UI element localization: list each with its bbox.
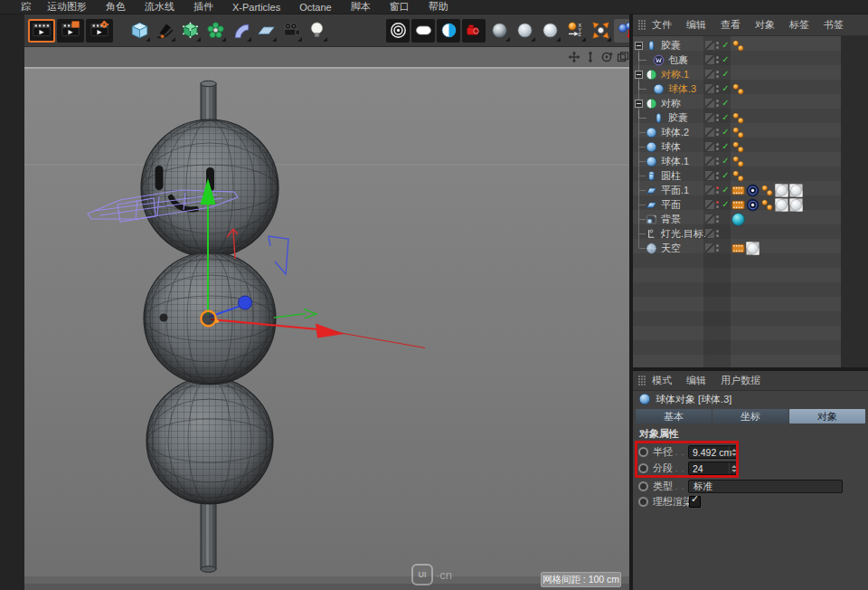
enabled-check-icon[interactable]: ✓ — [721, 67, 731, 81]
visibility-dots[interactable] — [716, 197, 720, 212]
object-row-background[interactable]: 背景 — [633, 212, 841, 226]
gizmo-center-ring[interactable] — [201, 311, 215, 326]
keyframe-dot-icon[interactable] — [638, 497, 648, 507]
object-row-light-target-1[interactable]: 灯光.目标.1 — [633, 226, 841, 241]
film-tag-icon[interactable] — [731, 242, 745, 255]
object-label[interactable]: 球体.2 — [661, 126, 689, 139]
layer-swatch[interactable] — [705, 70, 714, 79]
enabled-check-icon[interactable]: ✓ — [721, 139, 731, 154]
panel-menu-item-3[interactable]: 对象 — [755, 18, 775, 32]
object-row-sphere-3[interactable]: 球体.3✓ — [633, 81, 841, 96]
toggle-view-icon[interactable] — [617, 51, 629, 63]
motion-clip-settings-button[interactable] — [86, 19, 113, 43]
material-sphere-2-button[interactable] — [513, 19, 536, 43]
panel-menu-item-0[interactable]: 文件 — [652, 18, 672, 32]
rotate-icon[interactable] — [600, 51, 613, 63]
environment-floor-button[interactable] — [254, 19, 278, 43]
film-tag-icon[interactable] — [731, 184, 745, 197]
object-row-capsule-child[interactable]: 胶囊✓ — [633, 110, 841, 125]
object-row-plane[interactable]: 平面✓ — [633, 197, 841, 212]
layer-swatch[interactable] — [705, 142, 714, 151]
visibility-dots[interactable] — [716, 212, 720, 226]
object-row-sky[interactable]: 天空 — [633, 241, 841, 255]
dots-tag-icon[interactable] — [731, 169, 745, 183]
enabled-check-icon[interactable]: ✓ — [721, 183, 731, 197]
material-sphere-1-button[interactable] — [487, 19, 511, 43]
visibility-dots[interactable] — [716, 67, 720, 81]
object-label[interactable]: 天空 — [661, 242, 681, 255]
render-view-button[interactable] — [386, 19, 410, 43]
panel-menu-item-4[interactable]: 标签 — [789, 18, 809, 32]
enabled-check-icon[interactable]: ✓ — [721, 38, 731, 52]
tab-coordinates[interactable]: 坐标 — [712, 409, 788, 423]
snowman-bottom-sphere[interactable] — [146, 377, 273, 504]
object-row-sphere-2[interactable]: 球体.2✓ — [633, 125, 841, 139]
enabled-check-icon[interactable]: ✓ — [721, 110, 731, 125]
object-row-symmetry[interactable]: 对称✓ — [633, 96, 841, 110]
layer-swatch[interactable] — [705, 84, 714, 93]
motion-clip-button[interactable] — [28, 19, 55, 43]
snap-settings-button[interactable] — [589, 19, 612, 43]
enabled-check-icon[interactable]: ✓ — [721, 96, 731, 110]
render-region-button[interactable] — [411, 19, 435, 43]
ideal-render-checkbox[interactable]: ✓ — [689, 496, 701, 508]
material-sphere-3-button[interactable] — [538, 19, 561, 43]
spline-pen-button[interactable] — [153, 19, 176, 43]
top-cylinder[interactable] — [201, 81, 216, 125]
enabled-check-icon[interactable]: ✓ — [721, 154, 731, 168]
object-label[interactable]: 对称.1 — [661, 68, 689, 81]
object-label[interactable]: 平面 — [661, 198, 681, 212]
motion-clip-add-button[interactable] — [57, 19, 84, 43]
generator-subdivision-button[interactable] — [178, 19, 202, 43]
panel-menu-item-2[interactable]: 查看 — [721, 18, 741, 32]
object-label[interactable]: 灯光.目标.1 — [661, 227, 712, 241]
menu-item-5[interactable]: X-Particles — [232, 2, 280, 13]
menu-item-8[interactable]: 窗口 — [390, 0, 410, 14]
tab-basic[interactable]: 基本 — [636, 409, 712, 423]
layer-swatch[interactable] — [705, 55, 714, 64]
interactive-render-button[interactable] — [437, 19, 460, 43]
mat-teal-tag-icon[interactable] — [731, 213, 745, 226]
visibility-dots[interactable] — [716, 81, 720, 96]
film-tag-icon[interactable] — [731, 198, 745, 212]
target-tag-icon[interactable] — [746, 198, 760, 212]
visibility-dots[interactable] — [716, 52, 720, 67]
modifier-array-button[interactable] — [203, 19, 227, 43]
layer-swatch[interactable] — [705, 200, 714, 209]
layer-swatch[interactable] — [705, 243, 714, 252]
coordinate-manager-button[interactable] — [563, 19, 587, 43]
visibility-dots[interactable] — [716, 168, 720, 183]
layer-swatch[interactable] — [705, 186, 714, 195]
object-label[interactable]: 胶囊 — [668, 111, 688, 125]
dots-tag-icon[interactable] — [731, 126, 745, 139]
mat-white-tag-icon[interactable] — [789, 198, 803, 212]
pan-icon[interactable] — [568, 51, 580, 63]
axis-handle-green[interactable] — [274, 309, 316, 319]
dots-tag-icon[interactable] — [731, 140, 745, 154]
panel-menu-item-2[interactable]: 用户数据 — [721, 374, 760, 387]
mat-white-tag-icon[interactable] — [789, 184, 803, 197]
object-tree-scroll-area[interactable] — [841, 36, 868, 367]
layer-swatch[interactable] — [705, 99, 714, 108]
expand-toggle[interactable] — [633, 38, 646, 52]
object-label[interactable]: 球体.3 — [668, 82, 696, 96]
panel-menu-item-1[interactable]: 编辑 — [686, 18, 706, 32]
visibility-dots[interactable] — [716, 226, 720, 241]
layer-swatch[interactable] — [705, 171, 714, 180]
menu-item-9[interactable]: 帮助 — [429, 0, 448, 14]
keyframe-dot-icon[interactable] — [638, 481, 648, 491]
visibility-dots[interactable] — [716, 38, 720, 52]
object-row-symmetry-1[interactable]: 对称.1✓ — [633, 67, 841, 81]
layer-swatch[interactable] — [705, 41, 714, 50]
expand-toggle[interactable] — [633, 96, 646, 110]
layer-swatch[interactable] — [705, 128, 714, 137]
dolly-icon[interactable] — [584, 51, 597, 63]
menu-item-0[interactable]: 踪 — [21, 0, 31, 14]
dots-tag-icon[interactable] — [760, 184, 774, 197]
mat-gray-tag-icon[interactable] — [746, 242, 760, 255]
visibility-dots[interactable] — [716, 96, 720, 110]
layer-swatch[interactable] — [705, 214, 714, 224]
layer-swatch[interactable] — [705, 157, 714, 166]
enabled-check-icon[interactable]: ✓ — [721, 168, 731, 183]
render-settings-button[interactable] — [462, 19, 486, 43]
